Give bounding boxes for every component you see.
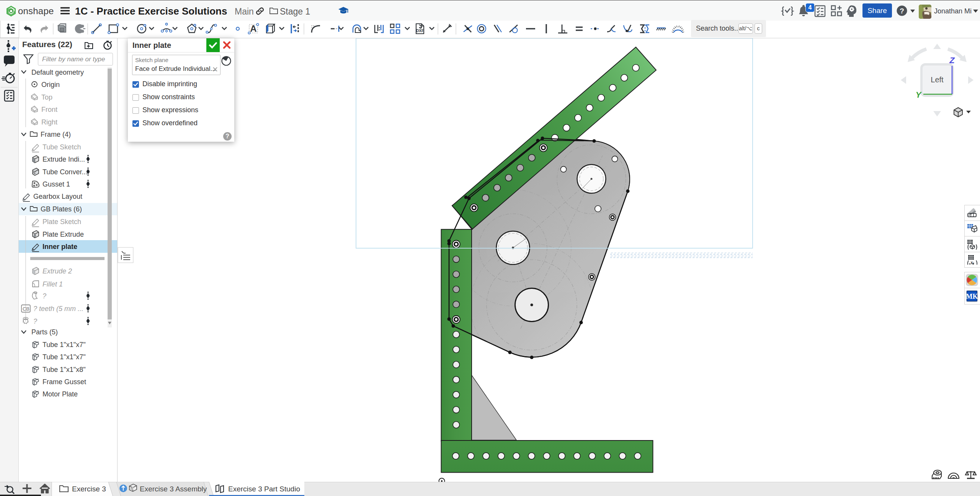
svg-text:Frame Gusset: Frame Gusset: [42, 378, 86, 386]
svg-text:CB: CB: [23, 306, 29, 312]
svg-text:Tube 1"x1"x8": Tube 1"x1"x8": [42, 366, 86, 373]
svg-text:Y: Y: [916, 90, 922, 100]
svg-text:DXF: DXF: [416, 29, 424, 33]
svg-text:x: x: [970, 260, 973, 265]
svg-text:? teeth (5 mm ...: ? teeth (5 mm ...: [33, 305, 83, 313]
svg-text:Tube Conver...: Tube Conver...: [42, 168, 87, 176]
svg-text:Gusset 1: Gusset 1: [42, 180, 70, 188]
svg-text:Plate Sketch: Plate Sketch: [42, 218, 81, 226]
svg-text:Top: Top: [41, 93, 52, 101]
svg-text:MK: MK: [966, 293, 978, 300]
svg-text:Exercise 3 Assembly: Exercise 3 Assembly: [140, 485, 207, 493]
svg-text:GB Plates (6): GB Plates (6): [41, 205, 82, 213]
svg-text:Plate Extrude: Plate Extrude: [42, 231, 84, 238]
svg-text:Frame (4): Frame (4): [41, 131, 71, 138]
svg-text:?: ?: [42, 292, 46, 300]
svg-text:?: ?: [900, 7, 904, 15]
svg-text:Extrude Indi...: Extrude Indi...: [42, 156, 85, 163]
svg-text:Fillet 1: Fillet 1: [42, 280, 63, 288]
svg-text:Left: Left: [931, 75, 944, 84]
svg-text:Right: Right: [41, 118, 57, 126]
svg-text:Z: Z: [949, 56, 955, 65]
svg-text:Origin: Origin: [41, 81, 60, 88]
svg-text:Tube 1"x1"x7": Tube 1"x1"x7": [42, 353, 86, 361]
svg-text:Tube 1"x1"x7": Tube 1"x1"x7": [42, 341, 86, 349]
svg-text:?: ?: [33, 318, 37, 325]
svg-text:Extrude 2: Extrude 2: [42, 267, 72, 275]
svg-text:Tube Sketch: Tube Sketch: [42, 143, 81, 151]
svg-text:Gearbox Layout: Gearbox Layout: [33, 193, 82, 200]
svg-text:Exercise 3: Exercise 3: [72, 485, 106, 493]
svg-text:Inner plate: Inner plate: [42, 243, 77, 250]
svg-text:Parts (5): Parts (5): [31, 328, 58, 336]
svg-text:Front: Front: [41, 106, 57, 113]
svg-text:Exercise 3 Part Studio: Exercise 3 Part Studio: [228, 485, 300, 493]
svg-text:Motor Plate: Motor Plate: [42, 390, 78, 398]
svg-text:Default geometry: Default geometry: [31, 69, 84, 76]
svg-text:A: A: [250, 23, 256, 34]
